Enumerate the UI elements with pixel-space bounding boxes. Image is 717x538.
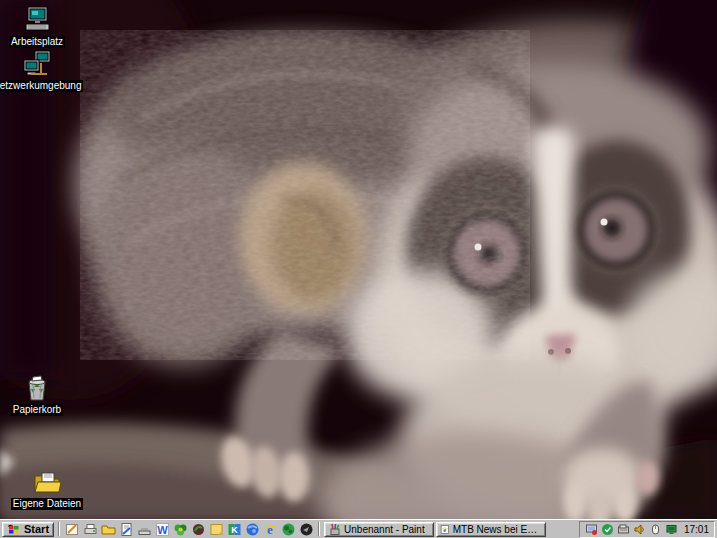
internet-explorer-page-icon: e xyxy=(440,523,450,536)
task-button-ie-page[interactable]: e MTB News bei ED Mount... xyxy=(436,522,546,537)
desktop-icon-network-neighborhood[interactable]: Netzwerkumgebung xyxy=(0,50,74,92)
quicklaunch-notes-pen-icon[interactable] xyxy=(64,521,80,537)
desktop[interactable]: Arbeitsplatz Netzwerkumgebung Papierkorb xyxy=(0,0,717,519)
desktop-icon-label: Netzwerkumgebung xyxy=(0,80,83,92)
my-documents-folder-icon xyxy=(32,470,62,496)
quicklaunch-printer-icon[interactable] xyxy=(82,521,98,537)
tray-network-monitor-icon[interactable] xyxy=(665,522,679,536)
desktop-icon-label: Papierkorb xyxy=(11,404,63,416)
svg-text:e: e xyxy=(443,526,446,533)
tray-antivirus-icon[interactable] xyxy=(601,522,615,536)
start-button-label: Start xyxy=(24,523,49,535)
quicklaunch-show-desktop-icon[interactable] xyxy=(136,521,152,537)
quicklaunch-wordpad-document-icon[interactable] xyxy=(118,521,134,537)
recycle-bin-icon xyxy=(23,374,51,402)
task-button-paint[interactable]: Unbenannt - Paint xyxy=(324,522,434,537)
svg-text:K: K xyxy=(231,525,238,535)
system-tray: 17:01 xyxy=(579,521,715,538)
windows-flag-icon xyxy=(7,523,21,535)
my-computer-icon xyxy=(22,6,52,34)
tray-volume-icon[interactable] xyxy=(633,522,647,536)
task-button-label: MTB News bei ED Mount... xyxy=(453,524,542,535)
task-button-label: Unbenannt - Paint xyxy=(344,524,425,535)
tray-mouse-icon[interactable] xyxy=(649,522,663,536)
quicklaunch-sticky-note-icon[interactable] xyxy=(208,521,224,537)
desktop-icon-label: Arbeitsplatz xyxy=(9,36,65,48)
tray-clock[interactable]: 17:01 xyxy=(684,524,709,535)
quicklaunch-word-icon[interactable]: W xyxy=(154,521,170,537)
desktop-icon-recycle-bin[interactable]: Papierkorb xyxy=(0,374,74,416)
quicklaunch-globe-green-icon[interactable] xyxy=(280,521,296,537)
quicklaunch-flower-green-icon[interactable] xyxy=(172,521,188,537)
quicklaunch-imaging-k-icon[interactable]: K xyxy=(226,521,242,537)
paint-icon xyxy=(328,523,341,536)
quicklaunch-internet-explorer-icon[interactable]: e xyxy=(262,521,278,537)
tray-display-settings-icon[interactable] xyxy=(585,522,599,536)
taskbar-separator xyxy=(58,522,60,536)
quicklaunch-folder-icon[interactable] xyxy=(100,521,116,537)
tray-scanner-icon[interactable] xyxy=(617,522,631,536)
svg-text:e: e xyxy=(267,522,273,537)
quicklaunch-mail-globe-icon[interactable] xyxy=(244,521,260,537)
svg-text:W: W xyxy=(157,523,168,535)
desktop-icon-label: Eigene Dateien xyxy=(11,498,83,510)
network-neighborhood-icon xyxy=(21,50,53,78)
quicklaunch-plant-dark-icon[interactable] xyxy=(190,521,206,537)
desktop-icon-my-documents[interactable]: Eigene Dateien xyxy=(10,470,84,510)
taskbar: Start W K e Unbenannt - Paint xyxy=(0,519,717,538)
taskbar-separator xyxy=(318,522,320,536)
wallpaper-slow-loris-photo xyxy=(0,0,717,519)
desktop-icon-my-computer[interactable]: Arbeitsplatz xyxy=(0,6,74,48)
start-button[interactable]: Start xyxy=(2,522,54,537)
quicklaunch-globe-dark-icon[interactable] xyxy=(298,521,314,537)
